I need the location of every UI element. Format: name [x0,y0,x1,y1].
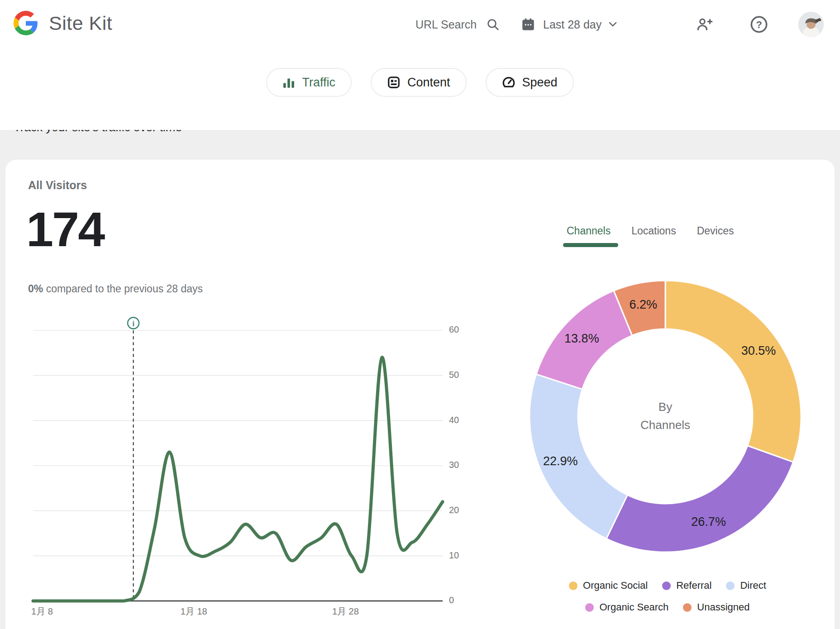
legend-label: Direct [740,580,766,591]
x-axis-label: 1月 18 [181,606,207,616]
tab-traffic[interactable]: Traffic [266,68,352,97]
donut-segment-value: 26.7% [691,515,726,529]
all-visitors-value: 174 [26,205,104,254]
add-user-button[interactable] [696,15,714,33]
legend-item: Organic Search [585,601,668,613]
tab-content-label: Content [407,76,450,90]
info-icon-glyph: i [132,320,134,328]
add-user-icon [696,16,713,33]
tab-locations[interactable]: Locations [631,225,676,237]
help-button[interactable]: ? [750,15,768,33]
y-axis-label: 10 [449,550,459,560]
breakdown-tabs: Channels Locations Devices [567,225,734,237]
tab-content[interactable]: Content [371,68,467,97]
active-tab-underline [563,243,618,247]
donut-center-label-line2: Channels [640,418,690,432]
url-search-button[interactable]: URL Search [415,14,500,34]
legend-dot [585,603,594,612]
app-header: Site Kit URL Search Last 28 day [0,0,840,130]
legend-row: Organic SearchUnassigned [585,601,749,613]
comparison-suffix: compared to the previous 28 days [43,283,203,295]
page-content: Track your site's traffic over time All … [0,130,840,629]
y-axis-label: 30 [449,460,459,470]
tab-channels[interactable]: Channels [567,225,611,237]
legend-item: Direct [726,580,766,591]
tab-speed[interactable]: Speed [486,68,574,97]
y-axis-label: 60 [449,324,459,334]
legend-label: Unassigned [697,601,749,613]
help-icon: ? [750,15,768,33]
tab-speed-label: Speed [522,76,558,90]
user-avatar[interactable] [798,12,824,37]
x-axis-label: 1月 28 [332,606,359,616]
legend-item: Referral [662,580,711,591]
donut-segment-value: 22.9% [543,454,578,468]
y-axis-label: 40 [449,415,459,425]
svg-text:?: ? [756,19,762,30]
bar-chart-icon [282,76,295,89]
donut-legend: Organic SocialReferralDirectOrganic Sear… [511,580,824,613]
google-g-icon [14,11,38,35]
x-axis-label: 1月 8 [31,606,53,616]
date-range-selector[interactable]: Last 28 day [520,14,617,34]
y-axis-label: 50 [449,370,459,380]
legend-dot [683,603,692,612]
legend-item: Organic Social [569,580,648,591]
legend-row: Organic SocialReferralDirect [569,580,766,591]
section-nav: Traffic Content Speed [0,68,840,97]
legend-dot [569,581,578,590]
visitors-line-chart[interactable]: 01020304050601月 81月 181月 28i [27,312,466,629]
comparison-text: 0% compared to the previous 28 days [28,283,203,295]
donut-segment-value: 13.8% [564,332,599,345]
donut-segment-value: 30.5% [741,344,776,357]
legend-dot [726,581,735,590]
chevron-down-icon [609,22,617,27]
visitors-card: All Visitors 174 0% compared to the prev… [5,160,835,629]
comparison-percent: 0% [28,283,43,295]
legend-label: Organic Social [583,580,648,591]
legend-label: Referral [676,580,711,591]
legend-label: Organic Search [599,601,668,613]
speedometer-icon [502,76,515,89]
tab-devices[interactable]: Devices [697,225,734,237]
y-axis-label: 20 [449,505,459,515]
product-name: Site Kit [49,12,112,34]
date-range-label: Last 28 day [543,18,601,31]
site-kit-logo: Site Kit [14,11,112,35]
donut-segment-value: 6.2% [630,298,658,311]
tab-traffic-label: Traffic [302,76,335,90]
all-visitors-label: All Visitors [28,179,87,192]
legend-item: Unassigned [683,601,749,613]
visitors-line [33,357,443,601]
channels-donut-chart[interactable]: 30.5%26.7%22.9%13.8%6.2%ByChannels [511,265,824,577]
layout-list-icon [387,76,401,89]
donut-segment [606,446,793,552]
donut-segment [665,281,801,462]
url-search-label: URL Search [415,18,477,31]
calendar-icon [520,17,536,32]
y-axis-label: 0 [449,595,454,605]
donut-center-label-line1: By [659,400,672,414]
search-icon [486,17,500,32]
legend-dot [662,581,671,590]
